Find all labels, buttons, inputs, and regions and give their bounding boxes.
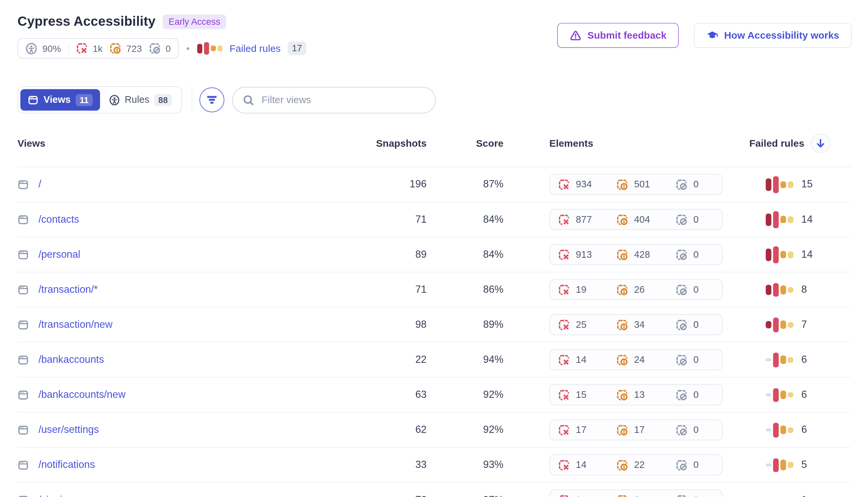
failed-rules-link[interactable]: Failed rules [230, 42, 281, 54]
failed-rules-count: 6 [801, 354, 807, 366]
failed-elements-icon [558, 459, 570, 471]
dot-separator [187, 47, 190, 50]
table-row[interactable]: /transaction/new 98 89% 25 34 0 [17, 307, 851, 342]
tab-rules[interactable]: Rules 88 [102, 89, 179, 111]
table-row[interactable]: /user/settings 62 92% 17 17 0 [17, 413, 851, 448]
table-row[interactable]: /bankaccounts 22 94% 14 24 0 [17, 342, 851, 378]
score-value: 84% [427, 213, 503, 225]
column-elements: Elements [503, 138, 749, 150]
ignored-elements-value: 0 [693, 494, 698, 497]
filter-views-input[interactable] [261, 93, 435, 106]
ignored-elements-value: 0 [693, 319, 698, 330]
severity-bars [766, 175, 793, 194]
table-row[interactable]: /contacts 71 84% 877 404 0 1 [17, 202, 851, 237]
failed-rules-count: 15 [801, 179, 812, 190]
view-link[interactable]: /signin [38, 494, 68, 497]
accessibility-icon [109, 95, 120, 105]
early-access-badge: Early Access [163, 14, 226, 29]
severity-bars [766, 491, 793, 497]
divider [191, 87, 192, 113]
view-link[interactable]: /personal [38, 248, 80, 260]
submit-feedback-label: Submit feedback [587, 29, 666, 41]
sort-descending-button[interactable] [811, 134, 830, 153]
table-row[interactable]: /personal 89 84% 913 428 0 1 [17, 237, 851, 272]
column-score: Score [427, 138, 503, 150]
table-row[interactable]: / 196 87% 934 501 0 15 [17, 167, 851, 202]
ignored-elements-icon [676, 284, 687, 295]
view-link[interactable]: /bankaccounts [38, 354, 104, 366]
table-row[interactable]: /signin 76 97% 1 3 0 1 [17, 483, 851, 497]
view-link[interactable]: /user/settings [38, 424, 99, 436]
browser-window-icon [17, 424, 29, 436]
inconclusive-elements-icon [616, 494, 628, 497]
submit-feedback-button[interactable]: Submit feedback [557, 23, 679, 47]
score-value: 84% [427, 248, 503, 260]
inconclusive-elements-value: 24 [634, 354, 645, 366]
inconclusive-elements-stat: 723 [110, 43, 142, 54]
severity-bars [766, 456, 793, 474]
ignored-elements-value: 0 [693, 424, 698, 436]
view-link[interactable]: /contacts [38, 213, 79, 225]
how-accessibility-works-button[interactable]: How Accessibility works [694, 23, 852, 47]
severity-bars [197, 39, 223, 57]
score-value: 90% [42, 43, 61, 54]
browser-window-icon [17, 319, 29, 330]
failed-elements-icon [558, 214, 570, 225]
divider [68, 43, 69, 54]
failed-elements-value: 14 [576, 354, 586, 366]
ignored-elements-icon [676, 249, 687, 260]
ignored-elements-value: 0 [165, 43, 171, 54]
elements-badge: 19 26 0 [549, 279, 723, 300]
ignored-elements-value: 0 [693, 249, 698, 260]
snapshots-count: 63 [353, 389, 427, 401]
failed-elements-icon [558, 389, 570, 400]
view-link[interactable]: /transaction/* [38, 284, 98, 295]
inconclusive-elements-icon [616, 389, 628, 400]
tab-views[interactable]: Views 11 [20, 89, 100, 111]
failed-rules-count: 14 [801, 213, 812, 225]
ignored-elements-icon [676, 389, 687, 400]
failed-rules-count: 14 [801, 248, 812, 260]
table-row[interactable]: /transaction/* 71 86% 19 26 0 [17, 272, 851, 307]
table-row[interactable]: /notifications 33 93% 14 22 0 [17, 448, 851, 483]
ignored-elements-stat: 0 [149, 43, 171, 54]
failed-elements-icon [558, 179, 570, 190]
view-link[interactable]: /transaction/new [38, 319, 112, 331]
failed-rules-count-badge: 17 [288, 42, 307, 55]
table-header: Views Snapshots Score Elements Failed ru… [17, 127, 851, 167]
table-row[interactable]: /bankaccounts/new 63 92% 15 13 0 [17, 378, 851, 413]
failed-elements-value: 877 [576, 214, 592, 225]
ignored-elements-icon [676, 494, 687, 497]
failed-elements-value: 913 [576, 249, 592, 260]
ignored-elements-value: 0 [693, 459, 698, 471]
view-link[interactable]: / [38, 179, 41, 190]
score-value: 87% [427, 179, 503, 190]
views-table: Views Snapshots Score Elements Failed ru… [17, 127, 851, 497]
ignored-elements-value: 0 [693, 354, 698, 366]
graduation-cap-icon [707, 29, 718, 41]
failed-rules-count: 8 [801, 284, 807, 295]
filter-button[interactable] [200, 88, 224, 112]
ignored-elements-icon [149, 43, 160, 54]
accessibility-icon [26, 42, 37, 54]
inconclusive-elements-value: 17 [634, 424, 645, 436]
failed-rules-count: 1 [801, 494, 807, 497]
snapshots-count: 71 [353, 284, 427, 295]
tab-group: Views 11 Rules 88 [17, 86, 182, 113]
ignored-elements-icon [676, 179, 687, 190]
snapshots-count: 196 [353, 179, 427, 190]
inconclusive-elements-icon [110, 43, 121, 54]
failed-elements-icon [558, 319, 570, 330]
severity-bars [766, 386, 793, 404]
failed-elements-value: 17 [576, 424, 586, 436]
view-link[interactable]: /bankaccounts/new [38, 389, 126, 401]
inconclusive-elements-value: 34 [634, 319, 645, 330]
tab-views-count: 11 [76, 94, 92, 106]
inconclusive-elements-icon [616, 319, 628, 330]
view-link[interactable]: /notifications [38, 459, 95, 471]
tab-rules-label: Rules [125, 94, 149, 105]
failed-elements-icon [558, 284, 570, 295]
summary-stats-pill: 90% 1k 723 0 [17, 38, 179, 59]
elements-badge: 17 17 0 [549, 419, 723, 440]
browser-window-icon [28, 95, 39, 105]
